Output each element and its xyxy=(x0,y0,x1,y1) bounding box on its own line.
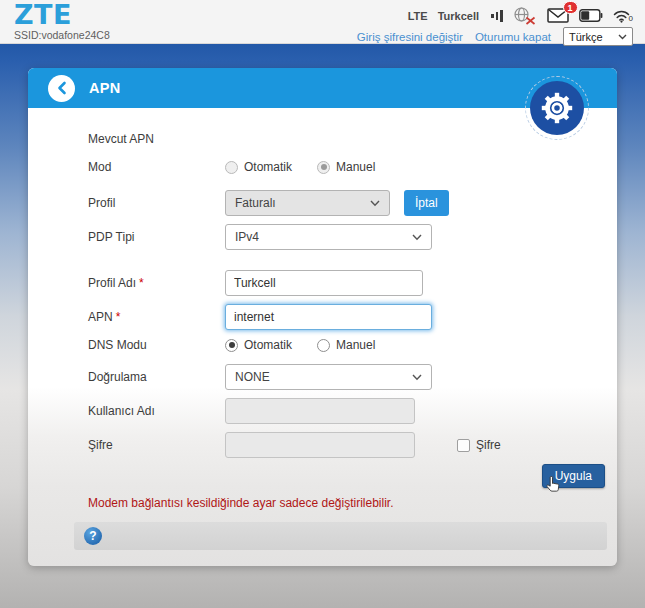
password-input xyxy=(225,432,415,458)
dns-mode-label: DNS Modu xyxy=(88,338,225,352)
auth-row: Doğrulama NONE xyxy=(88,364,587,390)
language-select-value: Türkçe xyxy=(569,31,603,43)
back-button[interactable] xyxy=(48,75,75,102)
wifi-count-label: 0 xyxy=(629,14,633,23)
radio-auto-icon[interactable] xyxy=(225,161,238,174)
chevron-down-icon xyxy=(412,374,422,381)
page-title: APN xyxy=(89,80,121,96)
chevron-down-icon xyxy=(370,200,380,207)
battery-icon xyxy=(579,9,603,22)
profile-row: Profil Faturalı İptal xyxy=(88,190,587,216)
profile-select[interactable]: Faturalı xyxy=(225,190,390,216)
radio-manual-icon[interactable] xyxy=(317,339,330,352)
gear-icon xyxy=(538,89,576,127)
messages-icon[interactable]: 1 xyxy=(547,8,569,23)
dns-option-manual[interactable]: Manuel xyxy=(317,338,409,352)
internet-disconnected-icon xyxy=(513,6,537,25)
wifi-icon: 0 xyxy=(613,9,633,23)
profile-name-label: Profil Adı* xyxy=(88,276,225,290)
warning-text: Modem bağlantısı kesildiğinde ayar sadec… xyxy=(88,496,617,510)
dns-option-manual-label: Manuel xyxy=(336,338,375,352)
password-row: Şifre Şifre xyxy=(88,432,587,458)
password-label: Şifre xyxy=(88,438,225,452)
show-password-checkbox[interactable] xyxy=(457,439,470,452)
username-row: Kullanıcı Adı xyxy=(88,398,587,424)
mode-option-manual-label: Manuel xyxy=(336,160,375,174)
pdp-type-row: PDP Tipi IPv4 xyxy=(88,224,587,250)
username-label: Kullanıcı Adı xyxy=(88,404,225,418)
cancel-button[interactable]: İptal xyxy=(404,190,449,216)
mode-option-auto-label: Otomatik xyxy=(244,160,292,174)
signal-strength-icon xyxy=(491,10,503,22)
message-count-badge: 1 xyxy=(563,1,578,14)
auth-label: Doğrulama xyxy=(88,370,225,384)
change-login-password-link[interactable]: Giriş şifresini değiştir xyxy=(357,31,463,43)
username-input xyxy=(225,398,415,424)
radio-manual-icon[interactable] xyxy=(317,161,330,174)
mode-option-manual[interactable]: Manuel xyxy=(317,160,409,174)
apn-input[interactable] xyxy=(225,304,432,330)
zte-logo: ZTE xyxy=(14,2,110,28)
help-icon[interactable]: ? xyxy=(84,527,102,545)
dns-option-auto[interactable]: Otomatik xyxy=(225,338,317,352)
dns-option-auto-label: Otomatik xyxy=(244,338,292,352)
ssid-label: SSID:vodafone24C8 xyxy=(14,29,110,41)
chevron-down-icon xyxy=(412,234,422,241)
required-asterisk: * xyxy=(116,310,121,324)
pdp-type-label: PDP Tipi xyxy=(88,230,225,244)
top-status-bar: ZTE SSID:vodafone24C8 LTE Turkcell xyxy=(0,0,645,44)
dns-mode-row: DNS Modu Otomatik Manuel xyxy=(88,338,587,352)
apn-settings-panel: APN xyxy=(28,68,617,566)
current-apn-row: Mevcut APN xyxy=(88,132,587,146)
chevron-left-icon xyxy=(56,81,68,95)
auth-select-value: NONE xyxy=(235,370,270,384)
profile-name-input[interactable] xyxy=(225,270,423,296)
language-select[interactable]: Türkçe xyxy=(563,27,633,46)
help-bar: ? xyxy=(74,522,607,550)
logout-link[interactable]: Oturumu kapat xyxy=(475,31,551,43)
apn-row: APN* xyxy=(88,304,587,330)
profile-select-value: Faturalı xyxy=(235,196,276,210)
auth-select[interactable]: NONE xyxy=(225,364,432,390)
pdp-type-select[interactable]: IPv4 xyxy=(225,224,432,250)
apply-button[interactable]: Uygula xyxy=(542,464,605,488)
required-asterisk: * xyxy=(139,276,144,290)
profile-label: Profil xyxy=(88,196,225,210)
show-password-checkbox-label: Şifre xyxy=(476,438,501,452)
network-tech-label: LTE xyxy=(408,10,428,22)
radio-auto-icon[interactable] xyxy=(225,339,238,352)
apn-label: APN* xyxy=(88,310,225,324)
profile-name-row: Profil Adı* xyxy=(88,270,587,296)
apply-button-label: Uygula xyxy=(555,469,592,483)
mode-label: Mod xyxy=(88,160,225,174)
show-password-option[interactable]: Şifre xyxy=(457,438,501,452)
pdp-type-select-value: IPv4 xyxy=(235,230,259,244)
current-apn-label: Mevcut APN xyxy=(88,132,225,146)
carrier-label: Turkcell xyxy=(438,10,479,22)
mode-row: Mod Otomatik Manuel xyxy=(88,160,587,174)
chevron-down-icon xyxy=(618,34,627,40)
mode-option-auto[interactable]: Otomatik xyxy=(225,160,317,174)
settings-emblem xyxy=(525,76,589,140)
